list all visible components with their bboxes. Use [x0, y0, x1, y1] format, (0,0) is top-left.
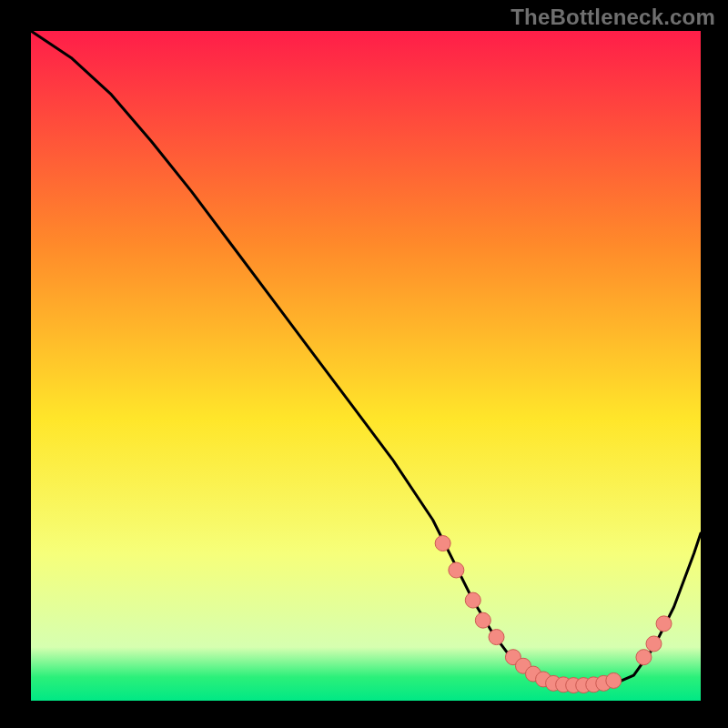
- highlight-dot: [646, 636, 662, 652]
- highlight-dot: [656, 616, 672, 632]
- highlight-dot: [449, 562, 464, 578]
- plot-background: [31, 31, 701, 701]
- highlight-dot: [636, 650, 652, 665]
- highlight-dot: [475, 612, 490, 628]
- watermark-text: TheBottleneck.com: [511, 5, 715, 30]
- highlight-dot: [606, 672, 622, 688]
- highlight-dot: [435, 536, 450, 551]
- highlight-dot: [489, 630, 504, 645]
- chart-svg: [0, 0, 728, 728]
- chart-frame: { "watermark": "TheBottleneck.com", "col…: [0, 0, 728, 728]
- highlight-dot: [465, 592, 480, 608]
